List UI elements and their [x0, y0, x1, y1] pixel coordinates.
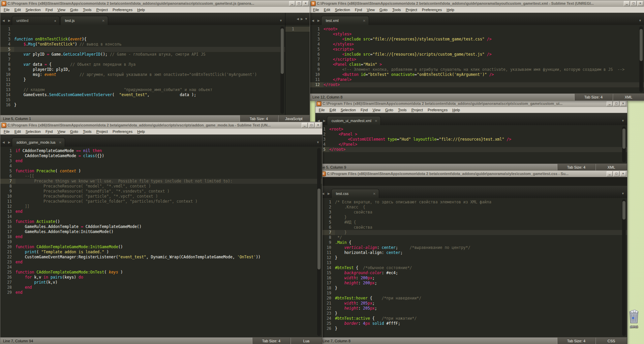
minimize-button[interactable]: _: [607, 171, 613, 176]
tab-overflow-icon[interactable]: ▼: [639, 19, 644, 25]
close-button[interactable]: ✕: [620, 101, 626, 106]
menu-item-help[interactable]: Help: [135, 7, 147, 12]
tab-custom-ui-manifest-xml[interactable]: custom_ui_manifest.xml✕: [327, 116, 381, 125]
minimize-button[interactable]: _: [289, 1, 295, 6]
code-area[interactable]: 1/* Если вкратце, то здесь описывают сво…: [320, 198, 627, 331]
status-tab-size[interactable]: Tab Size: 4: [557, 338, 595, 344]
scrollbar-thumb[interactable]: [640, 29, 643, 61]
tab-prev-icon[interactable]: ◀: [297, 17, 299, 21]
close-button[interactable]: ✕: [315, 123, 321, 128]
tab-test-css[interactable]: test.css✕: [331, 189, 379, 198]
menu-item-edit[interactable]: Edit: [321, 7, 333, 12]
code-area[interactable]: 1<root>2 <styles>3 <include src="file://…: [310, 25, 644, 87]
menu-item-find[interactable]: Find: [43, 129, 55, 134]
vertical-scrollbar[interactable]: [622, 199, 626, 336]
maximize-button[interactable]: □: [613, 101, 619, 106]
minimize-button[interactable]: _: [624, 1, 630, 6]
menu-item-edit[interactable]: Edit: [12, 7, 23, 12]
scrollbar-thumb[interactable]: [317, 189, 320, 269]
tab-overflow-icon[interactable]: ▼: [621, 119, 627, 125]
close-button[interactable]: ✕: [303, 1, 309, 6]
vertical-scrollbar[interactable]: [639, 26, 643, 92]
tab-close-icon[interactable]: ✕: [375, 119, 377, 123]
vertical-scrollbar[interactable]: [280, 26, 284, 114]
tab-overflow-icon[interactable]: ▼: [305, 17, 308, 21]
menu-item-project[interactable]: Project: [94, 129, 110, 134]
menu-item-tools[interactable]: Tools: [390, 7, 403, 12]
menu-item-project[interactable]: Project: [94, 7, 110, 12]
code-area[interactable]: 1if CAddonTemplateGameMode == nil then2 …: [0, 147, 322, 295]
menu-item-project[interactable]: Project: [409, 108, 425, 112]
status-syntax[interactable]: CSS: [595, 338, 627, 344]
tab-close-icon[interactable]: ✕: [102, 19, 104, 23]
tab-next-icon[interactable]: ▶: [301, 17, 303, 21]
menu-item-tools[interactable]: Tools: [81, 129, 94, 134]
menu-item-help[interactable]: Help: [135, 129, 147, 134]
menu-item-preferences[interactable]: Preferences: [110, 7, 135, 12]
menu-item-goto[interactable]: Goto: [68, 7, 81, 12]
status-tab-size[interactable]: Tab Size: 4: [557, 164, 595, 171]
tab-test-xml[interactable]: test.xml✕: [321, 16, 369, 25]
status-tab-size[interactable]: Tab Size: 4: [574, 94, 613, 101]
maximize-button[interactable]: □: [296, 1, 302, 6]
tab-next-icon[interactable]: ▶: [315, 19, 321, 25]
menu-item-goto[interactable]: Goto: [383, 108, 396, 112]
menu-item-file[interactable]: File: [1, 7, 12, 12]
scrollbar-thumb[interactable]: [281, 28, 284, 74]
menu-item-file[interactable]: File: [311, 7, 321, 12]
tab-test-js[interactable]: test.js✕: [60, 16, 108, 25]
tab-close-icon[interactable]: ✕: [59, 141, 61, 144]
menu-item-goto[interactable]: Goto: [377, 7, 390, 12]
tab-next-icon[interactable]: ▶: [6, 19, 12, 25]
menu-item-view[interactable]: View: [364, 7, 377, 12]
status-syntax[interactable]: Lua: [290, 338, 322, 344]
menu-item-tools[interactable]: Tools: [81, 7, 94, 12]
tab-next-icon[interactable]: ▶: [6, 141, 12, 147]
tab-prev-icon[interactable]: ◀: [310, 19, 315, 25]
menu-item-preferences[interactable]: Preferences: [110, 129, 135, 134]
maximize-button[interactable]: □: [613, 171, 619, 176]
menu-item-view[interactable]: View: [55, 129, 68, 134]
menu-item-tools[interactable]: Tools: [396, 108, 409, 112]
vertical-scrollbar[interactable]: [622, 126, 626, 162]
menu-item-find[interactable]: Find: [352, 7, 364, 12]
status-syntax[interactable]: JavaScript: [278, 115, 310, 122]
status-tab-size[interactable]: Tab Size: 4: [252, 338, 290, 344]
minimize-button[interactable]: _: [607, 101, 613, 106]
menu-item-edit[interactable]: Edit: [327, 108, 338, 112]
menu-item-preferences[interactable]: Preferences: [425, 108, 450, 112]
minimize-button[interactable]: _: [302, 123, 308, 128]
menu-item-goto[interactable]: Goto: [68, 129, 81, 134]
scrollbar-thumb[interactable]: [622, 201, 625, 220]
vertical-scrollbar[interactable]: [317, 148, 321, 336]
menu-item-view[interactable]: View: [55, 7, 68, 12]
tab-overflow-icon[interactable]: ▼: [316, 141, 322, 147]
status-tab-size[interactable]: Tab Size: 4: [240, 115, 278, 122]
menu-item-edit[interactable]: Edit: [12, 129, 23, 134]
menu-item-find[interactable]: Find: [358, 108, 370, 112]
code-area[interactable]: 1<root>2 <Panel >3 <CustomUIElement type…: [315, 125, 627, 152]
tab-next-icon[interactable]: ▶: [326, 192, 331, 198]
menu-item-preferences[interactable]: Preferences: [420, 7, 444, 12]
menu-item-selection[interactable]: Selection: [338, 108, 358, 112]
tab-prev-icon[interactable]: ◀: [0, 141, 6, 147]
tab-overflow-icon[interactable]: ▼: [279, 19, 285, 25]
menu-item-file[interactable]: File: [1, 129, 12, 134]
code-area[interactable]: 123function onBtnTestClick(event){4 $.Ms…: [0, 25, 285, 108]
menu-item-selection[interactable]: Selection: [333, 7, 352, 12]
tab-overflow-icon[interactable]: ▼: [621, 192, 627, 198]
tab-prev-icon[interactable]: ◀: [0, 19, 6, 25]
close-button[interactable]: ✕: [637, 1, 643, 6]
menu-item-file[interactable]: File: [316, 108, 327, 112]
scrollbar-thumb[interactable]: [622, 128, 625, 149]
maximize-button[interactable]: □: [308, 123, 314, 128]
maximize-button[interactable]: □: [631, 1, 637, 6]
tab-close-icon[interactable]: ✕: [363, 19, 365, 23]
status-syntax[interactable]: XML: [595, 164, 627, 171]
status-syntax[interactable]: XML: [613, 94, 644, 101]
close-button[interactable]: ✕: [620, 171, 626, 176]
menu-item-find[interactable]: Find: [43, 7, 55, 12]
menu-item-selection[interactable]: Selection: [23, 7, 43, 12]
menu-item-help[interactable]: Help: [450, 108, 462, 112]
tab-addon-game-mode-lua[interactable]: addon_game_mode.lua✕: [12, 138, 65, 147]
